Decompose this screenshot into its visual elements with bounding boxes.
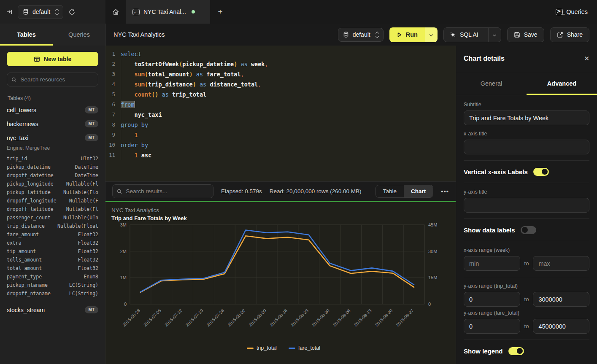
sql-editor[interactable]: 1select2 toStartOfWeek(pickup_datetime) … [105, 46, 456, 181]
column-type: Float32 [78, 230, 98, 239]
xaxis-range-max-input[interactable] [533, 256, 589, 271]
divider [464, 340, 589, 340]
legend-item-trip_total[interactable]: trip_total [247, 345, 277, 351]
queries-button[interactable]: >_ Queries [556, 0, 597, 24]
editor-line-4[interactable]: 4 sum(trip_distance) as distance_total, [105, 79, 456, 89]
column-type: Float32 [78, 247, 98, 256]
close-icon[interactable]: ✕ [584, 55, 589, 62]
play-icon [397, 32, 402, 38]
code-text: 1 [121, 130, 138, 140]
resource-search-input[interactable] [20, 76, 94, 83]
column-type: Nullable(Float [57, 222, 98, 230]
sql-ai-dropdown-button[interactable] [488, 28, 501, 42]
yaxis-range-trip-max-input[interactable] [533, 292, 589, 307]
svg-text:2015-08-02: 2015-08-02 [227, 308, 246, 328]
chart-title: NYC Taxi Analytics [111, 207, 456, 213]
line-number: 10 [105, 140, 121, 150]
line-number: 8 [105, 120, 121, 130]
code-text: order by [121, 140, 148, 150]
svg-text:2015-07-05: 2015-07-05 [143, 308, 162, 328]
home-button[interactable] [105, 0, 126, 24]
legend-item-fare_total[interactable]: fare_total [289, 345, 320, 351]
view-tab-chart[interactable]: Chart [404, 185, 433, 197]
sql-ai-button[interactable]: SQL AI [443, 27, 501, 42]
sidebar-tabs: Tables Queries [0, 24, 105, 46]
database-selector[interactable]: default [18, 5, 63, 19]
refresh-icon[interactable] [68, 8, 76, 16]
panel-tab-general[interactable]: General [456, 72, 527, 95]
chart-panel: NYC Taxi Analytics Trip and Fare Totals … [105, 202, 456, 364]
editor-line-8[interactable]: 8group by [105, 120, 456, 130]
resource-search[interactable] [7, 73, 98, 86]
panel-body: Subtitle x-axis title Vertical x-axis La… [456, 95, 597, 356]
column-name: dropoff_datetime [7, 171, 54, 180]
results-search-input[interactable] [126, 188, 209, 194]
editor-line-11[interactable]: 11 1 asc [105, 150, 456, 160]
chart-details-panel: Chart details ✕ General Advanced Subtitl… [456, 46, 597, 364]
column-row: pickup_latitudeNullable(Flo [7, 188, 98, 197]
sidebar-tab-queries[interactable]: Queries [53, 24, 105, 46]
elapsed-stat: Elapsed: 0.579s [221, 188, 262, 194]
svg-text:30M: 30M [428, 249, 437, 254]
run-button-main[interactable]: Run [389, 27, 425, 42]
panel-tab-advanced[interactable]: Advanced [527, 72, 597, 95]
sidebar-tab-tables[interactable]: Tables [0, 24, 53, 46]
code-text: 1 asc [121, 150, 151, 160]
editor-line-5[interactable]: 5 count() as trip_total [105, 89, 456, 100]
column-row: pickup_datetimeDateTime [7, 163, 98, 171]
svg-text:2015-07-12: 2015-07-12 [164, 308, 184, 328]
toolbar-database-selector[interactable]: default [338, 28, 384, 42]
column-type: Enum8 [84, 272, 98, 281]
column-type: Nullable(Fl [66, 205, 98, 213]
column-type: LC(String) [69, 281, 98, 289]
editor-line-2[interactable]: 2 toStartOfWeek(pickup_datetime) as week… [105, 59, 456, 69]
column-name: payment_type [7, 272, 42, 281]
editor-line-1[interactable]: 1select [105, 49, 456, 59]
column-name: tolls_amount [7, 256, 42, 264]
svg-text:0: 0 [124, 302, 127, 307]
yaxis-range-fare-min-input[interactable] [464, 319, 520, 334]
yaxis-range-fare-label: y-axis range (fare_total) [464, 310, 589, 316]
show-data-labels-toggle[interactable] [521, 226, 536, 234]
collapse-sidebar-icon[interactable] [6, 8, 13, 15]
run-dropdown-button[interactable] [425, 27, 438, 42]
show-legend-toggle[interactable] [508, 347, 524, 355]
vertical-xaxis-labels-toggle[interactable] [533, 168, 549, 176]
run-button[interactable]: Run [389, 27, 438, 42]
tab-nyc-taxi-analytics[interactable]: >_ NYC Taxi Anal... [126, 0, 210, 24]
view-tab-table[interactable]: Table [376, 185, 404, 197]
table-tree: cell_towersMThackernewsMTnyc_taxiMTEngin… [7, 103, 98, 317]
yaxis-title-input[interactable] [464, 198, 589, 213]
subtitle-input[interactable] [464, 111, 589, 125]
new-table-button[interactable]: New table [7, 52, 98, 66]
editor-line-3[interactable]: 3 sum(total_amount) as fare_total, [105, 69, 456, 79]
xaxis-title-input[interactable] [464, 140, 589, 154]
editor-line-10[interactable]: 10order by [105, 140, 456, 150]
yaxis-range-trip-min-input[interactable] [464, 292, 520, 307]
toolbar-database-value: default [353, 31, 370, 38]
column-name: passenger_count [7, 213, 51, 222]
save-label: Save [524, 31, 538, 38]
table-row-stocks_stream[interactable]: stocks_streamMT [7, 303, 98, 317]
yaxis-range-fare-max-input[interactable] [533, 319, 589, 334]
table-row-hackernews[interactable]: hackernewsMT [7, 117, 98, 131]
xaxis-range-min-input[interactable] [464, 256, 520, 271]
editor-line-6[interactable]: 6from [105, 100, 456, 110]
results-search[interactable] [112, 184, 213, 198]
save-button[interactable]: Save [507, 27, 544, 42]
sql-ai-main[interactable]: SQL AI [444, 28, 484, 42]
table-row-nyc_taxi[interactable]: nyc_taxiMT [7, 131, 98, 145]
column-row: pickup_longitudeNullable(Fl [7, 180, 98, 188]
more-options-icon[interactable]: ••• [441, 188, 449, 195]
table-row-cell_towers[interactable]: cell_towersMT [7, 103, 98, 117]
editor-line-9[interactable]: 9 1 [105, 130, 456, 140]
share-button[interactable]: Share [550, 27, 589, 42]
editor-line-7[interactable]: 7 nyc_taxi [105, 110, 456, 120]
terminal-icon: >_ [132, 9, 140, 15]
divider [464, 241, 589, 241]
queries-icon: >_ [556, 9, 563, 15]
sparkle-icon [450, 32, 456, 38]
line-number: 4 [105, 79, 121, 89]
new-tab-button[interactable]: + [210, 0, 230, 24]
main-content: New table Tables (4) cell_towersMThacker… [0, 46, 597, 364]
